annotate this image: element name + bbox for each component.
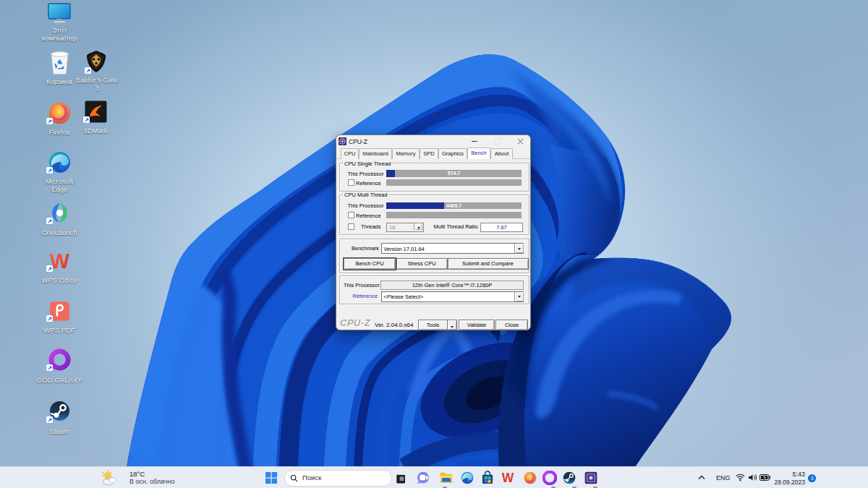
svg-text:W: W: [501, 471, 514, 485]
svg-text:W: W: [50, 250, 70, 272]
